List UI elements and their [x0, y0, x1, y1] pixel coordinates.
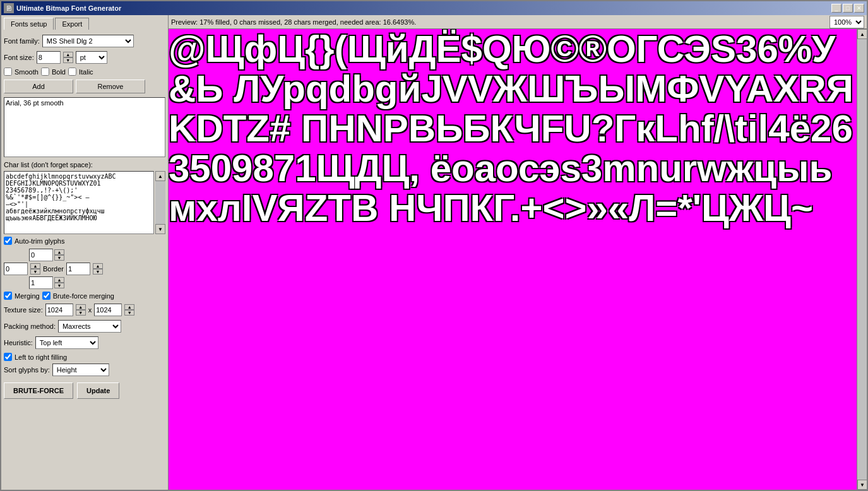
font-size-down[interactable]: ▼ — [63, 57, 73, 63]
texture-height-input[interactable] — [94, 304, 122, 316]
border-left-up[interactable]: ▲ — [30, 263, 40, 269]
maximize-button[interactable]: □ — [843, 4, 853, 13]
packing-label: Packing method: — [4, 322, 56, 330]
font-size-input[interactable] — [37, 51, 61, 64]
font-family-select[interactable]: MS Shell Dlg 2 — [42, 35, 134, 47]
texture-size-label: Texture size: — [4, 306, 43, 314]
border-top-down[interactable]: ▼ — [54, 255, 64, 261]
brute-force-merging-checkbox[interactable] — [42, 292, 51, 300]
close-button[interactable]: ✕ — [854, 4, 864, 13]
tab-bar: Fonts setup Export — [4, 18, 165, 30]
heuristic-row: Heuristic: Top left — [4, 336, 165, 349]
packing-row: Packing method: Maxrects — [4, 320, 165, 333]
app-icon: 🖹 — [4, 3, 14, 13]
update-button[interactable]: Update — [77, 382, 119, 399]
x-label: x — [88, 306, 92, 314]
packing-select[interactable]: Maxrects — [58, 320, 121, 333]
border-left-spinner: ▲ ▼ — [30, 263, 40, 275]
right-panel: Preview: 17% filled, 0 chars missed, 28 … — [169, 15, 867, 490]
auto-trim-checkbox[interactable] — [4, 237, 12, 245]
border-bottom-input[interactable] — [29, 276, 53, 289]
font-size-label: Font size: — [4, 54, 34, 61]
texture-width-input[interactable] — [45, 304, 73, 316]
char-list-box[interactable]: abcdefghijklmnopqrstuvwxyzABC DEFGHIJKLM… — [4, 171, 154, 234]
border-top-spinner: ▲ ▼ — [54, 249, 64, 261]
char-list-scroll-down[interactable]: ▼ — [155, 224, 165, 234]
brute-force-merging-label[interactable]: Brute-force merging — [42, 292, 114, 300]
font-family-row: Font family: MS Shell Dlg 2 — [4, 35, 165, 47]
smooth-checkbox[interactable] — [4, 68, 12, 76]
preview-characters: @ЩфЦ{}(ЩйДЁ$QЮ©®ОГСЭS36%У&Ь ЛУрqdbgйJVVЖ… — [169, 29, 857, 228]
texture-width-up[interactable]: ▲ — [76, 304, 86, 310]
heuristic-label: Heuristic: — [4, 339, 33, 346]
texture-height-up[interactable]: ▲ — [124, 304, 134, 310]
minimize-button[interactable]: _ — [831, 4, 841, 13]
texture-height-spinner: ▲ ▼ — [124, 304, 134, 316]
border-right-spinner: ▲ ▼ — [93, 263, 103, 275]
smooth-checkbox-label[interactable]: Smooth — [4, 68, 39, 76]
border-section: ▲ ▼ ▲ ▼ Border ▲ ▼ — [4, 249, 165, 289]
main-window: 🖹 Ultimate Bitmap Font Generator _ □ ✕ F… — [0, 0, 868, 491]
font-size-unit-select[interactable]: pt — [76, 51, 107, 64]
texture-width-down[interactable]: ▼ — [76, 310, 86, 316]
auto-trim-row: Auto-trim glyphs — [4, 237, 165, 245]
preview-status-text: Preview: 17% filled, 0 chars missed, 28 … — [171, 18, 416, 26]
merging-checkbox[interactable] — [4, 292, 12, 300]
remove-button[interactable]: Remove — [76, 80, 145, 93]
tab-fonts-setup[interactable]: Fonts setup — [4, 18, 54, 30]
border-label: Border — [43, 265, 64, 273]
texture-width-spinner: ▲ ▼ — [76, 304, 86, 316]
tab-export[interactable]: Export — [55, 18, 89, 30]
font-size-up[interactable]: ▲ — [63, 52, 73, 57]
main-content: Fonts setup Export Font family: MS Shell… — [1, 15, 867, 490]
char-list-scroll-up[interactable]: ▲ — [155, 171, 165, 181]
status-bar: Preview: 17% filled, 0 chars missed, 28 … — [169, 15, 867, 29]
bold-checkbox-label[interactable]: Bold — [41, 68, 66, 76]
border-right-input[interactable] — [66, 263, 90, 275]
vertical-scrollbar: ▲ ▼ — [857, 29, 867, 490]
border-bottom-up[interactable]: ▲ — [54, 277, 64, 283]
sort-glyphs-label: Sort glyphs by: — [4, 366, 50, 374]
italic-checkbox[interactable] — [68, 68, 76, 76]
border-right-up[interactable]: ▲ — [93, 263, 103, 269]
window-title: Ultimate Bitmap Font Generator — [16, 4, 831, 12]
merging-label: Merging — [15, 292, 40, 300]
sort-glyphs-select[interactable]: Height — [52, 364, 109, 376]
italic-checkbox-label[interactable]: Italic — [68, 68, 93, 76]
bottom-buttons: BRUTE-FORCE Update — [4, 382, 165, 399]
left-to-right-checkbox[interactable] — [4, 353, 12, 361]
preview-area: @ЩфЦ{}(ЩйДЁ$QЮ©®ОГСЭS36%У&Ь ЛУрqdbgйJVVЖ… — [169, 29, 857, 490]
border-left-down[interactable]: ▼ — [30, 269, 40, 275]
font-size-spinner: ▲ ▼ — [63, 52, 73, 63]
add-remove-row: Add Remove — [4, 80, 165, 93]
merging-checkbox-label[interactable]: Merging — [4, 292, 40, 300]
heuristic-select[interactable]: Top left — [35, 336, 98, 349]
border-bottom-spinner: ▲ ▼ — [54, 277, 64, 288]
char-list-content: abcdefghijklmnopqrstuvwxyzABC DEFGHIJKLM… — [6, 173, 152, 222]
font-size-row: Font size: ▲ ▼ pt — [4, 51, 165, 64]
zoom-select[interactable]: 100% — [829, 16, 864, 28]
bold-checkbox[interactable] — [41, 68, 49, 76]
brute-force-button[interactable]: BRUTE-FORCE — [4, 382, 73, 399]
border-left-input[interactable] — [4, 263, 28, 275]
font-family-label: Font family: — [4, 37, 40, 45]
bold-label: Bold — [52, 68, 66, 76]
fonts-list-item: Arial, 36 pt smooth — [6, 99, 163, 107]
scroll-down-button[interactable]: ▼ — [857, 480, 867, 490]
border-right-down[interactable]: ▼ — [93, 269, 103, 275]
preview-with-scroll: @ЩфЦ{}(ЩйДЁ$QЮ©®ОГСЭS36%У&Ь ЛУрqdbgйJVVЖ… — [169, 29, 867, 490]
border-bottom-down[interactable]: ▼ — [54, 283, 64, 288]
left-to-right-label: Left to right filling — [15, 353, 67, 361]
char-list-label: Char list (don't forget space): — [4, 161, 165, 169]
left-panel: Fonts setup Export Font family: MS Shell… — [1, 15, 169, 490]
texture-height-down[interactable]: ▼ — [124, 310, 134, 316]
style-options-row: Smooth Bold Italic — [4, 68, 165, 76]
border-top-up[interactable]: ▲ — [54, 249, 64, 255]
border-top-input[interactable] — [29, 249, 53, 261]
fonts-list[interactable]: Arial, 36 pt smooth — [4, 97, 165, 157]
left-to-right-row: Left to right filling — [4, 353, 165, 361]
scroll-up-button[interactable]: ▲ — [857, 29, 867, 39]
zoom-box: 100% — [829, 16, 864, 28]
add-button[interactable]: Add — [4, 80, 73, 93]
auto-trim-label: Auto-trim glyphs — [15, 237, 64, 245]
